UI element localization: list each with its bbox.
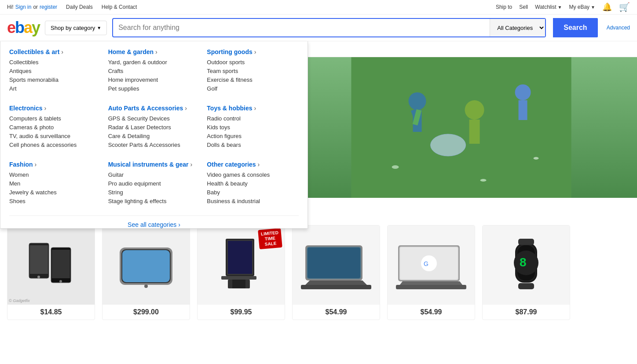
watchlist-label: Watchlist	[535, 4, 556, 10]
dropdown-other-categories: Other categories › Video games & console…	[207, 161, 299, 207]
list-item: Shoes	[9, 198, 101, 204]
notification-bell-icon[interactable]: 🔔	[602, 2, 612, 12]
electronics-arrow-icon: ›	[44, 105, 46, 112]
list-item: Antiques	[9, 68, 101, 74]
dropdown-toys-hobbies: Toys & hobbies › Radio control Kids toys…	[207, 105, 299, 150]
list-item: Action figures	[207, 133, 299, 139]
svg-rect-15	[30, 245, 48, 274]
advanced-link[interactable]: Advanced	[607, 25, 630, 31]
search-container: All Categories	[112, 18, 546, 37]
deal-price: $54.99	[421, 308, 442, 316]
dropdown-auto-parts: Auto Parts & Accessories › GPS & Securit…	[108, 105, 200, 150]
header: ebay Shop by category ▼ All Categories S…	[0, 15, 637, 41]
musical-instruments-arrow-icon: ›	[190, 161, 192, 168]
list-item: Radar & Laser Detectors	[108, 124, 200, 131]
musical-instruments-header[interactable]: Musical instruments & gear ›	[108, 161, 200, 168]
list-item: Yard, garden & outdoor	[108, 59, 200, 66]
daily-deals-link[interactable]: Daily Deals	[66, 4, 93, 10]
deal-card-image: © Gadgetfix	[7, 226, 95, 305]
list-item: Sports memorabilia	[9, 76, 101, 83]
dropdown-electronics: Electronics › Computers & tablets Camera…	[9, 105, 101, 150]
home-garden-header[interactable]: Home & garden ›	[108, 48, 200, 55]
deal-card-image: LIMITEDTIMESALE	[197, 226, 285, 305]
svg-point-2	[408, 92, 426, 110]
list-item: Cameras & photo	[9, 124, 101, 131]
deal-card[interactable]: LIMITEDTIMESALE $99.95	[197, 225, 285, 320]
ebay-logo[interactable]: ebay	[7, 20, 40, 36]
deal-price: $54.99	[326, 308, 347, 316]
list-item: String	[108, 189, 200, 196]
svg-point-8	[515, 84, 531, 100]
top-bar: Hi! Sign in or register Daily Deals Help…	[0, 0, 637, 15]
category-select[interactable]: All Categories	[490, 19, 545, 36]
deal-card[interactable]: $54.99	[292, 225, 380, 320]
list-item: Care & Detailing	[108, 133, 200, 139]
hero-illustration	[286, 57, 637, 198]
list-item: Home improvement	[108, 76, 200, 83]
svg-point-6	[465, 100, 484, 120]
deal-card[interactable]: G $54.99	[387, 225, 475, 320]
register-link[interactable]: register	[40, 4, 57, 10]
top-bar-left: Hi! Sign in or register	[7, 4, 57, 10]
sell-link[interactable]: Sell	[519, 4, 528, 10]
svg-rect-46	[518, 283, 534, 289]
help-contact-link[interactable]: Help & Contact	[102, 4, 137, 10]
list-item: Computers & tablets	[9, 115, 101, 122]
sporting-goods-list: Outdoor sports Team sports Exercise & fi…	[207, 59, 299, 92]
shop-by-chevron-icon: ▼	[97, 25, 101, 30]
top-bar-right: Ship to Sell Watchlist ▼ My eBay ▼ 🔔 🛒	[496, 2, 630, 12]
svg-rect-45	[518, 239, 534, 245]
search-button[interactable]: Search	[553, 18, 597, 37]
or-text: or	[33, 4, 38, 10]
other-categories-header[interactable]: Other categories ›	[207, 161, 299, 168]
deal-price: $14.85	[40, 308, 62, 316]
deal-card-image	[292, 226, 380, 305]
svg-rect-39	[396, 285, 466, 289]
toys-hobbies-list: Radio control Kids toys Action figures D…	[207, 115, 299, 148]
my-ebay-link[interactable]: My eBay ▼	[569, 4, 595, 10]
svg-rect-33	[301, 285, 371, 289]
svg-point-23	[144, 284, 148, 288]
list-item: TV, audio & surveillance	[9, 133, 101, 139]
electronics-header[interactable]: Electronics ›	[9, 105, 101, 112]
watchlist-link[interactable]: Watchlist ▼	[535, 4, 562, 10]
deal-card[interactable]: $299.00	[102, 225, 190, 320]
svg-point-11	[392, 165, 399, 169]
list-item: Exercise & fitness	[207, 76, 299, 83]
see-all-categories: See all categories ›	[9, 215, 299, 228]
deal-price: $87.99	[516, 308, 537, 316]
fashion-header[interactable]: Fashion ›	[9, 161, 101, 168]
svg-rect-9	[518, 100, 527, 120]
list-item: Scooter Parts & Accessories	[108, 142, 200, 148]
shop-by-category-button[interactable]: Shop by category ▼	[45, 21, 107, 35]
see-all-categories-link[interactable]: See all categories ›	[128, 221, 180, 228]
auto-parts-header[interactable]: Auto Parts & Accessories ›	[108, 105, 200, 112]
ship-to-link[interactable]: Ship to	[496, 4, 512, 10]
list-item: Outdoor sports	[207, 59, 299, 66]
cart-icon[interactable]: 🛒	[619, 2, 630, 12]
deals-grid: © Gadgetfix $14.85 $299.00	[7, 225, 630, 320]
list-item: Dolls & bears	[207, 142, 299, 148]
svg-rect-7	[469, 120, 480, 144]
sporting-goods-arrow-icon: ›	[254, 48, 256, 55]
list-item: Baby	[207, 189, 299, 196]
collectibles-header[interactable]: Collectibles & art ›	[9, 48, 101, 55]
deal-card[interactable]: © Gadgetfix $14.85	[7, 225, 95, 320]
list-item: Golf	[207, 85, 299, 92]
svg-text:G: G	[424, 260, 428, 267]
svg-point-10	[430, 134, 465, 156]
deal-card-image: 8	[482, 226, 570, 305]
sporting-goods-header[interactable]: Sporting goods ›	[207, 48, 299, 55]
deal-card[interactable]: 8 $87.99	[482, 225, 570, 320]
svg-text:8: 8	[520, 255, 527, 269]
list-item: Kids toys	[207, 124, 299, 131]
search-input[interactable]	[113, 20, 490, 35]
toys-hobbies-header[interactable]: Toys & hobbies ›	[207, 105, 299, 112]
auto-parts-list: GPS & Security Devices Radar & Laser Det…	[108, 115, 200, 148]
toys-hobbies-arrow-icon: ›	[254, 105, 256, 112]
signin-link[interactable]: Sign in	[15, 4, 32, 10]
hero-image	[286, 57, 637, 198]
list-item: Team sports	[207, 68, 299, 74]
other-categories-arrow-icon: ›	[257, 161, 260, 168]
deal-price: $299.00	[133, 308, 159, 316]
